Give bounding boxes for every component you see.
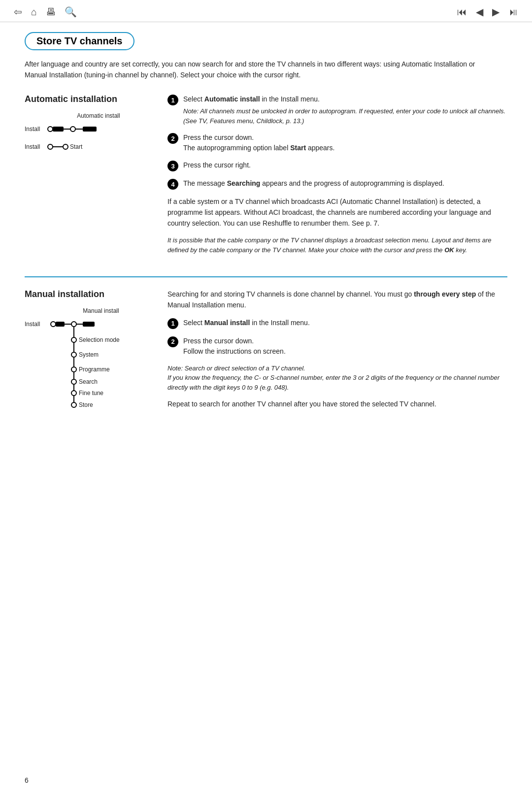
auto-step-3: 3 Press the cursor right. <box>167 160 507 171</box>
auto-step4-main: The message Searching appears and the pr… <box>183 179 444 187</box>
top-navigation: ⇦ ⌂ 🖶 🔍 ⏮ ◀ ▶ ⏯ <box>0 0 532 22</box>
svg-rect-2 <box>53 127 64 132</box>
svg-rect-14 <box>56 322 65 327</box>
svg-text:Store: Store <box>79 401 93 408</box>
intro-text: After language and country are set corre… <box>25 59 478 80</box>
svg-text:Start: Start <box>70 143 83 150</box>
step-num-1: 1 <box>167 95 178 105</box>
step-content-4: The message Searching appears and the pr… <box>183 178 507 189</box>
svg-point-20 <box>71 337 76 342</box>
svg-text:System: System <box>79 351 99 358</box>
manual-step2-main: Press the cursor down. <box>183 336 507 346</box>
step-num-3: 3 <box>167 161 178 171</box>
svg-point-1 <box>48 127 53 132</box>
manual-step-2: 2 Press the cursor down. Follow the inst… <box>167 336 507 357</box>
manual-left: Manual installation Manual install Insta… <box>25 289 153 417</box>
svg-point-10 <box>63 144 68 149</box>
manual-section: Manual installation Manual install Insta… <box>25 289 507 417</box>
manual-diagram-label: Manual install <box>25 307 153 314</box>
svg-point-4 <box>70 127 75 132</box>
nav-right-icons: ⏮ ◀ ▶ ⏯ <box>457 6 518 18</box>
auto-para2: It is possible that the cable company or… <box>167 235 507 255</box>
step-num-2: 2 <box>167 133 178 144</box>
back-arrow-icon[interactable]: ⇦ <box>14 6 22 18</box>
svg-point-30 <box>71 402 76 407</box>
auto-step2-sub: The autoprogramming option label Start a… <box>183 143 507 153</box>
search-icon[interactable]: 🔍 <box>65 6 77 18</box>
auto-step3-main: Press the cursor right. <box>183 161 251 169</box>
step-content-3: Press the cursor right. <box>183 160 507 170</box>
svg-text:Programme: Programme <box>79 366 110 373</box>
page-title-box: Store TV channels <box>25 32 134 50</box>
manual-step1-main: Select Manual install in the Install men… <box>183 319 310 327</box>
step-num-4: 4 <box>167 179 178 190</box>
page-title: Store TV channels <box>36 35 123 47</box>
svg-text:Fine tune: Fine tune <box>79 390 103 397</box>
svg-point-22 <box>71 352 76 357</box>
automatic-title: Automatic installation <box>25 94 153 104</box>
manual-step-num-1: 1 <box>167 318 178 329</box>
svg-text:Install: Install <box>25 143 40 150</box>
section-divider <box>25 276 507 277</box>
skip-back-icon[interactable]: ⏮ <box>457 6 467 18</box>
automatic-left: Automatic installation Automatic install… <box>25 94 153 262</box>
page-content: Store TV channels After language and cou… <box>0 22 532 451</box>
automatic-section: Automatic installation Automatic install… <box>25 94 507 262</box>
auto-diagram-label: Automatic install <box>25 112 153 119</box>
svg-point-8 <box>48 144 53 149</box>
home-icon[interactable]: ⌂ <box>31 6 37 18</box>
manual-step-content-1: Select Manual install in the Install men… <box>183 318 507 328</box>
svg-text:Install: Install <box>25 321 40 328</box>
nav-left-icons: ⇦ ⌂ 🖶 🔍 <box>14 6 77 18</box>
manual-step-num-2: 2 <box>167 336 178 347</box>
manual-step-content-2: Press the cursor down. Follow the instru… <box>183 336 507 357</box>
svg-point-16 <box>71 322 76 327</box>
manual-title: Manual installation <box>25 289 153 299</box>
auto-step2-main: Press the cursor down. <box>183 133 507 143</box>
page-number: 6 <box>25 776 29 784</box>
manual-right: Searching for and storing TV channels is… <box>167 289 507 417</box>
svg-rect-6 <box>83 127 97 132</box>
auto-step-1: 1 Select Automatic install in the Instal… <box>167 94 507 126</box>
manual-step2-sub: Follow the instructions on screen. <box>183 346 507 357</box>
auto-diagram-svg: Install Install <box>25 120 133 155</box>
prev-icon[interactable]: ◀ <box>476 6 483 18</box>
auto-para1: If a cable system or a TV channel which … <box>167 197 507 229</box>
manual-final-para: Repeat to search for another TV channel … <box>167 399 507 410</box>
manual-step-1: 1 Select Manual install in the Install m… <box>167 318 507 329</box>
svg-text:Install: Install <box>25 126 40 133</box>
svg-point-13 <box>51 322 56 327</box>
auto-step-4: 4 The message Searching appears and the … <box>167 178 507 190</box>
svg-rect-18 <box>83 322 95 327</box>
svg-point-24 <box>71 367 76 372</box>
svg-text:Search: Search <box>79 378 98 385</box>
step-content-1: Select Automatic install in the Install … <box>183 94 507 126</box>
print-icon[interactable]: 🖶 <box>46 6 56 18</box>
next-icon[interactable]: ▶ <box>492 6 499 18</box>
auto-step1-main: Select Automatic install in the Install … <box>183 95 320 103</box>
manual-diagram: Manual install Install <box>25 307 153 415</box>
manual-diagram-svg: Install Sele <box>25 315 133 414</box>
manual-intro: Searching for and storing TV channels is… <box>167 289 507 310</box>
skip-forward-icon[interactable]: ⏯ <box>508 6 518 18</box>
automatic-right: 1 Select Automatic install in the Instal… <box>167 94 507 262</box>
auto-step1-note: Note: All channels must be unlocked in o… <box>183 106 507 126</box>
svg-text:Selection mode: Selection mode <box>79 336 120 343</box>
auto-step-2: 2 Press the cursor down. The autoprogram… <box>167 133 507 153</box>
manual-note: Note: Search or direct selection of a TV… <box>167 364 507 393</box>
svg-point-28 <box>71 391 76 396</box>
step-content-2: Press the cursor down. The autoprogrammi… <box>183 133 507 153</box>
svg-point-26 <box>71 379 76 384</box>
automatic-diagram: Automatic install Install <box>25 112 153 156</box>
